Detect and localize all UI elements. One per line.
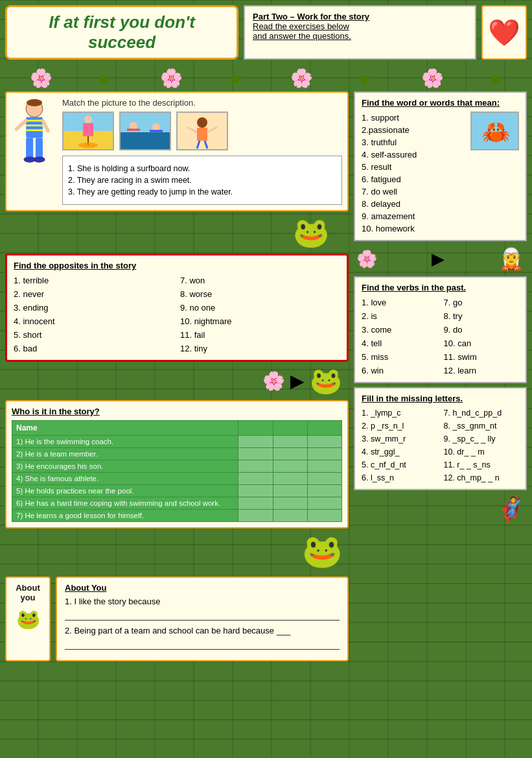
who-answer-5b [273, 485, 307, 497]
who-answer-1a [238, 436, 273, 448]
answer-line-1 [65, 610, 340, 621]
who-row-6: 6) He has a hard time coping with swimmi… [12, 497, 238, 510]
v-left-4: 4. tell [362, 337, 437, 349]
heart-icon: ❤️ [488, 18, 520, 48]
svg-point-11 [33, 156, 45, 162]
find-words-heading: Find the word or words that mean: [362, 98, 519, 108]
opp-left-6: 6. bad [14, 342, 174, 355]
opp-left-1: 1. terrible [14, 274, 174, 287]
who-answer-1b [273, 436, 307, 448]
about-label-box: About you 🐸 [5, 576, 51, 661]
bottom-deco: 🦸 [354, 494, 527, 525]
table-row: 4) She is famous athlete. [12, 473, 342, 485]
desc-2: 2. They are racing in a swim meet. [68, 176, 336, 185]
opp-left-3: 3. ending [14, 302, 174, 314]
frog-deco-1: 🐸 [5, 215, 349, 250]
who-answer-4c [307, 473, 341, 485]
table-row: 3) He encourages his son. [12, 460, 342, 473]
who-answer-7b [273, 510, 307, 522]
opp-left-4: 4. innocent [14, 315, 174, 327]
flower-3: 🌸 [290, 67, 313, 89]
table-row: 7) He learns a good lesson for himself. [12, 510, 342, 522]
boy-svg [14, 98, 56, 176]
who-col-a2 [273, 421, 307, 436]
who-answer-3c [307, 460, 341, 473]
verbs-heading: Find the verbs in the past. [362, 283, 519, 292]
frog-icon-2: 🐸 [310, 366, 342, 396]
who-col-a1 [238, 421, 273, 436]
right-column: Find the word or words that mean: 🦀 1. s… [354, 91, 527, 661]
ml-right-5: 11. r_ _ s_ns [444, 459, 520, 471]
who-section: Who is it in the story? Name 1) He is [5, 400, 349, 528]
v-left-2: 2. is [362, 310, 437, 322]
image-row [62, 112, 342, 150]
arrow-3: ▶ [362, 71, 372, 86]
character-deco: 🧝 [498, 246, 524, 271]
fw-item-10: 10. homework [362, 222, 519, 235]
image-swim [119, 112, 171, 150]
who-row-7: 7) He learns a good lesson for himself. [12, 510, 238, 522]
bottom-character: 🦸 [494, 494, 527, 525]
who-answer-2b [273, 448, 307, 460]
part-two-title: Part Two – Work for the story [253, 12, 467, 21]
flower-deco: 🌸 [262, 370, 285, 392]
arrow-1: ▶ [101, 71, 111, 86]
v-left-5: 5. miss [362, 351, 437, 363]
table-row: 1) He is the swimming coach. [12, 436, 342, 448]
left-column: Match the picture to the description. [5, 91, 349, 661]
who-heading: Who is it in the story? [12, 407, 342, 416]
v-left-1: 1. love [362, 296, 437, 309]
image-surf [62, 112, 114, 150]
ml-right-3: 9. _sp_c_ _ lly [444, 433, 520, 445]
ml-right-1: 7. h_nd_c_pp_d [444, 407, 520, 419]
svg-point-1 [27, 99, 42, 106]
opposites-heading: Find the opposites in the story [14, 261, 340, 270]
verbs-section: Find the verbs in the past. 1. love 7. g… [354, 276, 527, 383]
table-row: 5) He holds practices near the pool. [12, 485, 342, 497]
ml-list: 1. _lymp_c 7. h_nd_c_pp_d 2. p _rs_n_l 8… [362, 407, 519, 484]
who-row-2: 2) He is a team member. [12, 448, 238, 460]
svg-line-7 [42, 121, 47, 131]
match-section: Match the picture to the description. [5, 91, 349, 211]
find-words-section: Find the word or words that mean: 🦀 1. s… [354, 91, 527, 241]
who-answer-2c [307, 448, 341, 460]
ml-right-4: 10. dr_ _ m [444, 446, 520, 458]
svg-rect-9 [35, 138, 42, 159]
v-right-6: 12. learn [444, 364, 520, 377]
heart-box: ❤️ [481, 5, 527, 60]
who-answer-7a [238, 510, 273, 522]
svg-point-22 [152, 123, 160, 131]
svg-point-15 [78, 143, 98, 148]
who-row-4: 4) She is famous athlete. [12, 473, 238, 485]
opp-right-6: 12. tiny [180, 342, 340, 355]
opp-left-5: 5. short [14, 329, 174, 341]
svg-rect-19 [121, 132, 170, 149]
ml-heading: Fill in the missing letters. [362, 394, 519, 403]
about-content-box: About You 1. I like the story because 2.… [56, 576, 349, 661]
svg-rect-17 [83, 123, 93, 136]
v-left-3: 3. come [362, 324, 437, 336]
answer-line-2 [65, 639, 340, 650]
opp-right-4: 10. nightmare [180, 315, 340, 327]
title-box: If at first you don't succeed [5, 5, 238, 60]
who-answer-5c [307, 485, 341, 497]
svg-text:🦀: 🦀 [481, 118, 511, 146]
fw-item-5: 5. result [362, 161, 519, 173]
about-label: About you [12, 583, 44, 602]
frog-icon-3: 🐸 [302, 532, 342, 570]
flower-2: 🌸 [160, 67, 183, 89]
fw-item-9: 9. amazement [362, 210, 519, 222]
svg-rect-26 [197, 128, 207, 141]
frog-small: 🐸 [16, 608, 40, 630]
boy-figure [12, 98, 57, 205]
v-right-2: 8. try [444, 310, 520, 322]
svg-point-16 [84, 115, 92, 123]
ml-right-2: 8. _ss_gnm_nt [444, 420, 520, 432]
who-row-3: 3) He encourages his son. [12, 460, 238, 473]
ml-left-4: 4. str_ggl_ [362, 446, 437, 458]
table-row: 6) He has a hard time coping with swimmi… [12, 497, 342, 510]
match-instruction: Match the picture to the description. [62, 98, 342, 108]
ml-left-5: 5. c_nf_d_nt [362, 459, 437, 471]
who-answer-6a [238, 497, 273, 510]
ml-right-6: 12. ch_mp_ _ n [444, 472, 520, 484]
